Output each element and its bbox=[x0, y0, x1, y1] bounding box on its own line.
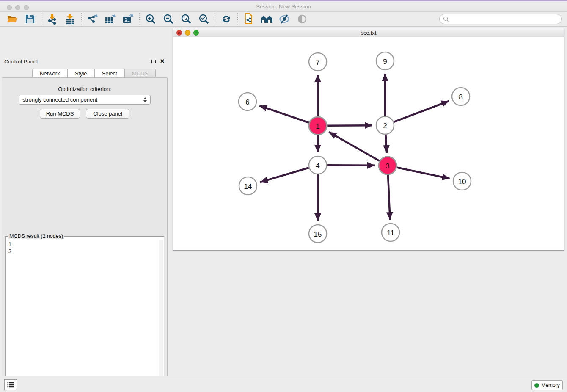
control-panel-tabs: NetworkStyleSelectMCDS bbox=[32, 69, 156, 78]
edge-layer bbox=[259, 74, 449, 221]
svg-text:2: 2 bbox=[383, 122, 387, 130]
open-session-icon[interactable] bbox=[5, 13, 19, 25]
selected-criterion: strongly connected component bbox=[22, 97, 97, 103]
control-panel-window-controls[interactable]: ✕ bbox=[151, 59, 165, 63]
close-panel-icon[interactable]: ✕ bbox=[160, 59, 165, 63]
toolbar-separator bbox=[41, 13, 41, 25]
svg-text:15: 15 bbox=[314, 230, 322, 238]
edge-1-6[interactable] bbox=[259, 106, 309, 123]
edge-3-10[interactable] bbox=[397, 168, 450, 179]
import-table-icon[interactable] bbox=[63, 13, 77, 25]
search-icon bbox=[443, 16, 449, 22]
network-canvas[interactable]: 7968124314101511 bbox=[173, 37, 564, 250]
save-session-icon[interactable] bbox=[23, 13, 37, 25]
graph-node-8[interactable]: 8 bbox=[452, 88, 470, 105]
svg-text:1: 1 bbox=[316, 122, 319, 130]
tab-style[interactable]: Style bbox=[68, 69, 95, 78]
tab-select[interactable]: Select bbox=[95, 69, 125, 78]
graph-node-4[interactable]: 4 bbox=[309, 156, 327, 174]
float-panel-icon[interactable] bbox=[151, 60, 156, 63]
graph-node-3[interactable]: 3 bbox=[379, 157, 396, 174]
svg-text:10: 10 bbox=[458, 178, 466, 186]
task-history-button[interactable] bbox=[4, 379, 17, 390]
run-mcds-button[interactable]: Run MCDS bbox=[40, 109, 80, 119]
edge-1-2[interactable] bbox=[327, 125, 372, 126]
network-window-titlebar[interactable]: ✕ − + scc.txt bbox=[173, 28, 564, 37]
toggle-view-icon[interactable] bbox=[295, 13, 309, 25]
graph-node-14[interactable]: 14 bbox=[239, 177, 257, 195]
toolbar-separator bbox=[81, 13, 82, 25]
optimization-criterion-select[interactable]: strongly connected component bbox=[19, 95, 151, 105]
zoom-selected-icon[interactable] bbox=[197, 13, 211, 25]
refresh-layout-icon[interactable] bbox=[219, 13, 234, 25]
table-panel: Table Panel ✕ ⚙ ✚ f(x) shared nameMCDS r… bbox=[173, 252, 564, 375]
network-title: scc.txt bbox=[173, 30, 564, 36]
graph-node-2[interactable]: 2 bbox=[376, 116, 394, 134]
home-layout-icon[interactable] bbox=[259, 13, 274, 25]
zoom-out-icon[interactable] bbox=[161, 13, 176, 25]
status-bar: Memory bbox=[0, 376, 567, 392]
mcds-result-text[interactable]: 13 bbox=[6, 240, 159, 392]
mcds-result-title: MCDS result (2 nodes) bbox=[8, 233, 64, 239]
mcds-result-box: MCDS result (2 nodes) 13 bbox=[5, 236, 164, 392]
list-icon bbox=[7, 382, 14, 388]
network-view-window: ✕ − + scc.txt 7968124314101511 bbox=[173, 28, 564, 251]
graph-node-11[interactable]: 11 bbox=[382, 224, 399, 241]
edge-2-8[interactable] bbox=[394, 101, 449, 122]
result-scrollbar[interactable] bbox=[159, 240, 163, 392]
close-panel-button[interactable]: Close panel bbox=[86, 109, 129, 119]
tab-mcds[interactable]: MCDS bbox=[125, 69, 156, 78]
edge-3-11[interactable] bbox=[388, 175, 390, 220]
memory-status-icon bbox=[534, 383, 539, 388]
export-image-icon[interactable] bbox=[121, 13, 135, 25]
optimization-criterion-label: Optimization criterion: bbox=[0, 86, 169, 92]
edge-4-3[interactable] bbox=[327, 165, 375, 166]
toolbar-separator bbox=[139, 13, 140, 25]
graph-node-15[interactable]: 15 bbox=[309, 225, 327, 243]
svg-text:14: 14 bbox=[244, 182, 252, 190]
export-network-icon[interactable] bbox=[85, 13, 100, 25]
clone-network-icon[interactable] bbox=[242, 13, 256, 25]
toolbar-separator bbox=[237, 13, 238, 25]
zoom-fit-icon[interactable] bbox=[179, 13, 193, 25]
graph-node-1[interactable]: 1 bbox=[309, 117, 327, 135]
graph-node-6[interactable]: 6 bbox=[239, 93, 256, 110]
tab-network[interactable]: Network bbox=[32, 69, 68, 78]
svg-text:6: 6 bbox=[245, 98, 249, 106]
svg-text:9: 9 bbox=[383, 58, 387, 66]
main-toolbar bbox=[0, 12, 567, 27]
search-input[interactable] bbox=[451, 15, 561, 23]
svg-text:4: 4 bbox=[316, 162, 319, 170]
svg-text:8: 8 bbox=[459, 93, 462, 101]
svg-text:11: 11 bbox=[387, 229, 394, 237]
export-table-icon[interactable] bbox=[103, 13, 118, 25]
memory-label: Memory bbox=[541, 382, 559, 388]
import-network-icon[interactable] bbox=[45, 13, 60, 25]
window-title: Session: New Session bbox=[0, 3, 567, 10]
edge-2-3[interactable] bbox=[385, 135, 387, 153]
toolbar-separator bbox=[215, 13, 215, 25]
edge-3-1[interactable] bbox=[329, 132, 380, 161]
svg-text:3: 3 bbox=[385, 162, 389, 170]
search-box[interactable] bbox=[439, 14, 562, 24]
graph-node-7[interactable]: 7 bbox=[309, 53, 327, 71]
memory-button[interactable]: Memory bbox=[531, 380, 563, 390]
show-hide-graphics-icon[interactable] bbox=[277, 13, 292, 25]
svg-text:7: 7 bbox=[316, 58, 319, 66]
result-line: 1 bbox=[8, 241, 159, 248]
chevron-up-down-icon bbox=[143, 97, 147, 102]
control-panel: Control Panel ✕ NetworkStyleSelectMCDS O… bbox=[0, 28, 169, 373]
zoom-in-icon[interactable] bbox=[143, 13, 158, 25]
edge-4-14[interactable] bbox=[260, 168, 309, 182]
result-line: 3 bbox=[8, 248, 159, 255]
graph-node-9[interactable]: 9 bbox=[376, 52, 394, 70]
control-panel-title: Control Panel bbox=[4, 58, 38, 65]
graph-node-10[interactable]: 10 bbox=[453, 172, 471, 190]
